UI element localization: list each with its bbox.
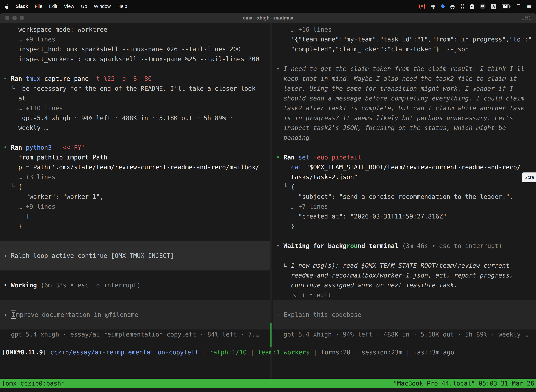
terminal-text: › bbox=[276, 311, 283, 318]
menu-help[interactable]: Help bbox=[117, 4, 127, 9]
terminal-text: weekly … bbox=[4, 124, 48, 131]
terminal-text: | bbox=[247, 349, 258, 356]
close-button[interactable] bbox=[5, 16, 9, 20]
zoom-button[interactable] bbox=[20, 16, 24, 20]
menu-view[interactable]: View bbox=[64, 4, 74, 9]
terminal-line bbox=[273, 251, 536, 261]
wifi-icon[interactable] bbox=[515, 4, 521, 9]
terminal-text: + ↑ edit bbox=[298, 292, 331, 299]
terminal-text: Ran bbox=[11, 144, 26, 151]
terminal-line: • Ran tmux capture-pane -t %25 -p -S -80 bbox=[0, 74, 270, 84]
window-title: omx --xhigh --madmax bbox=[243, 15, 293, 21]
terminal-line: readme-and-reco/mailbox/worker-1.json, a… bbox=[273, 271, 536, 280]
battery-icon[interactable]: ϟ bbox=[502, 4, 510, 9]
terminal-line: tasks/task-2.json" bbox=[273, 172, 536, 182]
terminal-text: inspect task2's JSON, focusing on the st… bbox=[276, 124, 506, 131]
terminal-text: inspect_hud: omx sparkshell --tmux-pane … bbox=[4, 46, 241, 53]
terminal-line: task2 after task1 is complete, but can I… bbox=[273, 103, 536, 113]
terminal-line: … +9 lines bbox=[0, 202, 270, 211]
input-source-icon[interactable]: A bbox=[491, 4, 496, 9]
notification-badge-icon[interactable]: 61 bbox=[480, 4, 486, 9]
dots-grid-app-icon[interactable]: ⣿ bbox=[460, 4, 464, 9]
terminal-line: … +16 lines bbox=[273, 25, 536, 34]
terminal-text: … +3 lines bbox=[4, 173, 55, 181]
left-terminal-pane[interactable]: workspace_mode: worktree … +9 lines insp… bbox=[0, 25, 270, 339]
terminal-line: '{"team_name":"my-team","task_id":"1","f… bbox=[273, 34, 536, 44]
ghost-app-icon[interactable] bbox=[470, 4, 474, 9]
menu-file[interactable]: File bbox=[35, 4, 43, 9]
terminal-text: set bbox=[298, 154, 309, 161]
terminal-line: keep that in mind. Maybe I also need the… bbox=[273, 74, 536, 84]
terminal-text: - <<'PY' bbox=[55, 144, 85, 151]
terminal-text: Ralph loop active continue [OMX_TMUX_INJ… bbox=[11, 252, 174, 259]
terminal-line: › Ralph loop active continue [OMX_TMUX_I… bbox=[0, 251, 270, 261]
pane-divider[interactable] bbox=[270, 23, 272, 379]
terminal-text: | bbox=[350, 349, 362, 356]
terminal-line: inspect_worker-1: omx sparkshell --tmux-… bbox=[0, 54, 270, 64]
terminal-text: "created_at": "2026-03-31T11:59:27.816Z" bbox=[276, 213, 446, 220]
screen-recording-icon[interactable] bbox=[419, 4, 425, 9]
terminal-text: cat bbox=[276, 164, 302, 171]
terminal-line bbox=[0, 290, 270, 300]
terminal-text: | bbox=[199, 349, 210, 356]
terminal-line bbox=[0, 300, 270, 310]
terminal-text: "$OMX_TEAM_STATE_ROOT/team/review-curren… bbox=[302, 164, 521, 171]
terminal-line: • Working (6m 38s • esc to interrupt) bbox=[0, 280, 270, 290]
terminal-text: ↳ 1 new msg(s): read $OMX_TEAM_STATE_ROO… bbox=[276, 262, 513, 269]
terminal-text: Waiting for backg bbox=[283, 242, 346, 249]
terminal-text: … +9 lines bbox=[4, 36, 55, 43]
terminal-line bbox=[0, 133, 270, 143]
menu-bar: Slack File Edit View Go Window Help ▦◓⣿6… bbox=[0, 0, 536, 13]
terminal-line: … +7 lines bbox=[273, 202, 536, 211]
menu-list-icon[interactable]: ≡ bbox=[527, 4, 531, 9]
terminal-text: › bbox=[4, 311, 11, 318]
terminal-text bbox=[52, 144, 55, 151]
app-menu[interactable]: Slack bbox=[16, 4, 28, 9]
terminal-line: • I need to get the claim token from the… bbox=[273, 64, 536, 74]
terminal-text: gpt-5.4 xhigh · essay/ai-reimplementatio… bbox=[4, 331, 259, 338]
terminal-line: } bbox=[0, 221, 270, 231]
terminal-text: … +9 lines bbox=[4, 203, 55, 210]
blue-app-icon[interactable] bbox=[441, 4, 445, 9]
apple-icon[interactable] bbox=[5, 4, 9, 9]
terminal-text: | bbox=[310, 349, 321, 356]
terminal-text: session:23m bbox=[362, 349, 402, 356]
terminal-text: nd terminal bbox=[358, 242, 398, 249]
menu-window[interactable]: Window bbox=[94, 4, 111, 9]
terminal-line: gpt-5.4 xhigh · essay/ai-reimplementatio… bbox=[0, 330, 270, 339]
dark-app-icon[interactable]: ◓ bbox=[450, 4, 455, 9]
screen-tooltip: Scre bbox=[522, 173, 536, 182]
terminal-text: (3m 46s • esc to interrupt) bbox=[398, 242, 502, 249]
menu-bar-tray: ▦◓⣿61Aϟ≡ bbox=[419, 4, 531, 9]
terminal-text: (6m 38s • esc to interrupt) bbox=[37, 282, 141, 289]
menu-edit[interactable]: Edit bbox=[49, 4, 57, 9]
terminal-line: continue assigned work or next feasible … bbox=[273, 280, 536, 290]
right-terminal-pane[interactable]: … +16 lines '{"team_name":"my-team","tas… bbox=[273, 25, 536, 339]
menu-go[interactable]: Go bbox=[81, 4, 87, 9]
minimize-button[interactable] bbox=[12, 16, 17, 20]
terminal-text: } bbox=[4, 223, 22, 230]
terminal-text: ⌥ bbox=[291, 292, 298, 299]
terminal-line: later. Using the same for transition mig… bbox=[273, 84, 536, 93]
terminal-line bbox=[273, 300, 536, 310]
terminal-text: p = Path('.omx/state/team/review-current… bbox=[4, 164, 259, 171]
terminal-text: "completed","claim_token":"claim-token"}… bbox=[276, 46, 469, 53]
terminal-text: gpt-5.4 xhigh · 94% left · 488K in · 5.1… bbox=[4, 115, 233, 121]
grid-app-icon[interactable]: ▦ bbox=[431, 4, 436, 9]
terminal-text: └ bbox=[4, 85, 22, 92]
terminal-line: "created_at": "2026-03-31T11:59:27.816Z" bbox=[273, 211, 536, 221]
terminal-text: • bbox=[4, 144, 11, 151]
terminal-text: › bbox=[4, 252, 11, 259]
terminal-text: keep that in mind. Maybe I also need the… bbox=[276, 75, 517, 82]
terminal-line: pending. bbox=[273, 133, 536, 143]
terminal-text bbox=[276, 292, 291, 299]
terminal-line bbox=[0, 320, 270, 330]
terminal-line: inspect_hud: omx sparkshell --tmux-pane … bbox=[0, 44, 270, 54]
terminal-line: p = Path('.omx/state/team/review-current… bbox=[0, 162, 270, 172]
terminal-text: python3 bbox=[26, 144, 52, 151]
terminal: workspace_mode: worktree … +9 lines insp… bbox=[0, 23, 536, 392]
terminal-text: gpt-5.4 xhigh · 94% left · 488K in · 5.1… bbox=[276, 331, 528, 338]
terminal-text: should send a message before completing … bbox=[276, 95, 524, 102]
terminal-text: … +16 lines bbox=[276, 26, 332, 33]
terminal-text: -euo pipefail bbox=[313, 154, 361, 161]
